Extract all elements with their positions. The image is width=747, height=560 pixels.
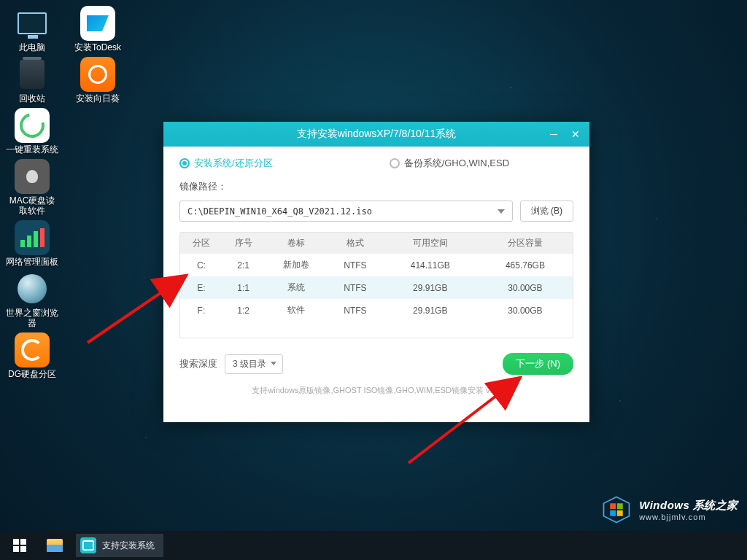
- col-partition: 分区: [180, 233, 222, 254]
- titlebar[interactable]: 支持安装windowsXP/7/8/10/11系统 ─ ✕: [163, 122, 589, 147]
- cell-num: 2:1: [222, 254, 265, 276]
- icon-label: 网络管理面板: [6, 257, 58, 267]
- partition-table: 分区 序号 卷标 格式 可用空间 分区容量 C:2:1新加卷NTFS414.11…: [179, 232, 573, 338]
- trash-icon: [20, 60, 44, 89]
- radio-backup[interactable]: 备份系统/GHO,WIN,ESD: [390, 157, 509, 170]
- desktop-icons: 此电脑 安装ToDesk 回收站 安装向日葵 一键重装系统 MAC硬盘读取软件: [6, 6, 124, 379]
- taskbar: 支持安装系统: [0, 531, 747, 560]
- cell-num: 1:1: [222, 276, 265, 299]
- cell-part: C:: [180, 254, 222, 276]
- col-capacity: 分区容量: [478, 233, 573, 254]
- search-depth-value: 3 级目录: [233, 359, 266, 369]
- desktop-icon-this-pc[interactable]: 此电脑: [6, 6, 58, 52]
- icon-label: MAC硬盘读取软件: [6, 195, 58, 216]
- installer-window: 支持安装windowsXP/7/8/10/11系统 ─ ✕ 安装系统/还原分区 …: [163, 122, 589, 422]
- radio-label: 备份系统/GHO,WIN,ESD: [404, 157, 509, 170]
- search-depth-label: 搜索深度: [179, 357, 217, 370]
- cell-fmt: NTFS: [328, 254, 382, 276]
- chevron-down-icon: [498, 209, 505, 214]
- radio-dot-icon: [390, 158, 400, 168]
- svg-rect-3: [617, 503, 623, 509]
- icon-label: 一键重装系统: [6, 144, 58, 155]
- globe-icon: [18, 274, 47, 303]
- icon-label: 安装ToDesk: [74, 42, 121, 52]
- cell-cap: 465.76GB: [478, 254, 573, 276]
- cell-vol: 系统: [265, 276, 328, 299]
- windows-logo-icon: [601, 494, 632, 525]
- start-button[interactable]: [3, 531, 36, 560]
- cell-free: 29.91GB: [383, 276, 478, 299]
- col-index: 序号: [222, 233, 265, 254]
- watermark-title: Windows 系统之家: [639, 499, 738, 513]
- radio-install-restore[interactable]: 安装系统/还原分区: [179, 157, 273, 170]
- col-volume: 卷标: [265, 233, 328, 254]
- installer-app-icon: [80, 537, 96, 553]
- table-row[interactable]: E:1:1系统NTFS29.91GB30.00GB: [180, 276, 573, 299]
- table-row[interactable]: F:1:2软件NTFS29.91GB30.00GB: [180, 299, 573, 322]
- desktop-icon-world-browser[interactable]: 世界之窗浏览器: [6, 271, 58, 328]
- cell-num: 1:2: [222, 299, 265, 322]
- cell-vol: 软件: [265, 299, 328, 322]
- reinstall-icon: [15, 108, 50, 143]
- image-path-dropdown[interactable]: C:\DEEPIN_WIN10_X64_Q8_V2021.12.iso: [179, 201, 513, 222]
- next-button[interactable]: 下一步 (N): [503, 353, 573, 375]
- cell-free: 414.11GB: [383, 254, 478, 276]
- cell-vol: 新加卷: [265, 254, 328, 276]
- dg-icon: [15, 332, 50, 368]
- close-button[interactable]: ✕: [566, 126, 585, 142]
- desktop-icon-mac-disk[interactable]: MAC硬盘读取软件: [6, 159, 58, 216]
- image-path-label: 镜像路径：: [179, 180, 573, 193]
- icon-label: 回收站: [19, 93, 45, 104]
- cell-cap: 30.00GB: [478, 299, 573, 322]
- folder-icon: [47, 539, 63, 552]
- col-format: 格式: [328, 233, 382, 254]
- minimize-button[interactable]: ─: [544, 126, 563, 142]
- icon-label: 安装向日葵: [76, 93, 120, 104]
- window-title: 支持安装windowsXP/7/8/10/11系统: [297, 128, 457, 141]
- browse-button[interactable]: 浏览 (B): [520, 201, 573, 222]
- computer-icon: [18, 12, 47, 34]
- network-bars-icon: [15, 220, 50, 255]
- svg-rect-4: [610, 510, 616, 516]
- cell-fmt: NTFS: [328, 276, 382, 299]
- taskbar-app-label: 支持安装系统: [102, 540, 155, 552]
- desktop-icon-net-panel[interactable]: 网络管理面板: [6, 220, 58, 267]
- desktop-icon-reinstall[interactable]: 一键重装系统: [6, 108, 58, 155]
- radio-dot-icon: [179, 158, 190, 168]
- windows-start-icon: [13, 539, 26, 552]
- table-row[interactable]: C:2:1新加卷NTFS414.11GB465.76GB: [180, 254, 573, 276]
- cell-part: F:: [180, 299, 222, 322]
- table-header-row: 分区 序号 卷标 格式 可用空间 分区容量: [180, 233, 573, 254]
- icon-label: DG硬盘分区: [8, 369, 56, 379]
- taskbar-file-explorer[interactable]: [38, 531, 71, 560]
- support-text: 支持windows原版镜像,GHOST ISO镜像,GHO,WIM,ESD镜像安…: [179, 385, 573, 396]
- icon-label: 此电脑: [19, 42, 45, 52]
- icon-label: 世界之窗浏览器: [6, 308, 58, 328]
- todesk-icon: [80, 6, 115, 41]
- watermark-url: www.bjjmlv.com: [639, 513, 738, 521]
- search-depth-select[interactable]: 3 级目录: [225, 354, 283, 374]
- desktop-icon-dg-partition[interactable]: DG硬盘分区: [6, 332, 58, 379]
- desktop-icon-sunflower[interactable]: 安装向日葵: [71, 57, 124, 104]
- cell-fmt: NTFS: [328, 299, 382, 322]
- svg-rect-5: [617, 510, 623, 516]
- desktop-icon-recycle-bin[interactable]: 回收站: [6, 57, 58, 104]
- watermark: Windows 系统之家 www.bjjmlv.com: [601, 494, 738, 525]
- taskbar-app-installer[interactable]: 支持安装系统: [76, 534, 163, 557]
- cell-free: 29.91GB: [383, 299, 478, 322]
- image-path-value: C:\DEEPIN_WIN10_X64_Q8_V2021.12.iso: [187, 206, 372, 217]
- radio-label: 安装系统/还原分区: [194, 157, 273, 170]
- col-free: 可用空间: [383, 233, 478, 254]
- apple-icon: [15, 159, 50, 194]
- sunflower-icon: [80, 57, 115, 92]
- cell-cap: 30.00GB: [478, 276, 573, 299]
- desktop-icon-todesk[interactable]: 安装ToDesk: [71, 6, 124, 52]
- cell-part: E:: [180, 276, 222, 299]
- svg-rect-2: [610, 503, 616, 509]
